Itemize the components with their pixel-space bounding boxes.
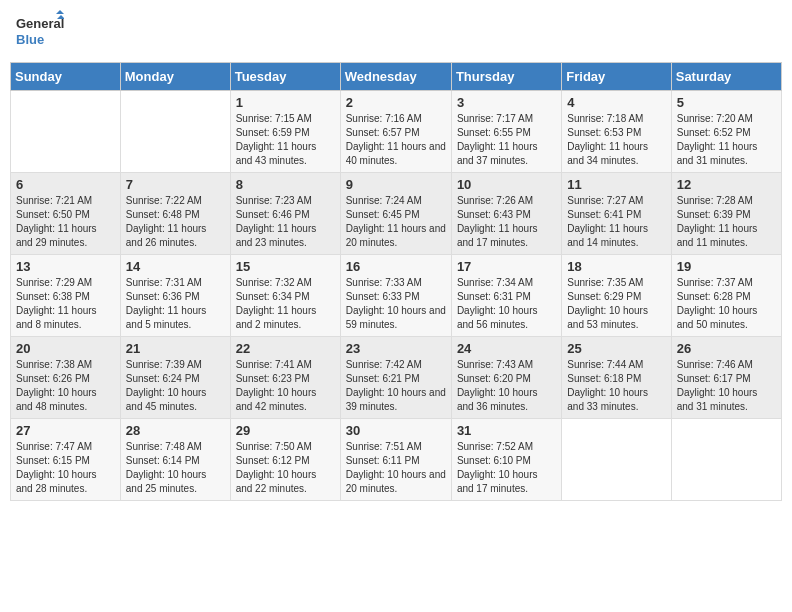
calendar-day-header: Saturday bbox=[671, 63, 781, 91]
calendar-day-header: Friday bbox=[562, 63, 671, 91]
calendar-cell: 5 Sunrise: 7:20 AMSunset: 6:52 PMDayligh… bbox=[671, 91, 781, 173]
calendar-cell: 11 Sunrise: 7:27 AMSunset: 6:41 PMDaylig… bbox=[562, 173, 671, 255]
calendar-cell: 24 Sunrise: 7:43 AMSunset: 6:20 PMDaylig… bbox=[451, 337, 561, 419]
day-number: 3 bbox=[457, 95, 556, 110]
calendar-header-row: SundayMondayTuesdayWednesdayThursdayFrid… bbox=[11, 63, 782, 91]
calendar-cell: 20 Sunrise: 7:38 AMSunset: 6:26 PMDaylig… bbox=[11, 337, 121, 419]
calendar-cell: 2 Sunrise: 7:16 AMSunset: 6:57 PMDayligh… bbox=[340, 91, 451, 173]
calendar-cell: 10 Sunrise: 7:26 AMSunset: 6:43 PMDaylig… bbox=[451, 173, 561, 255]
day-number: 14 bbox=[126, 259, 225, 274]
day-info: Sunrise: 7:38 AMSunset: 6:26 PMDaylight:… bbox=[16, 359, 97, 412]
day-info: Sunrise: 7:48 AMSunset: 6:14 PMDaylight:… bbox=[126, 441, 207, 494]
day-info: Sunrise: 7:34 AMSunset: 6:31 PMDaylight:… bbox=[457, 277, 538, 330]
calendar-cell: 27 Sunrise: 7:47 AMSunset: 6:15 PMDaylig… bbox=[11, 419, 121, 501]
calendar-cell: 21 Sunrise: 7:39 AMSunset: 6:24 PMDaylig… bbox=[120, 337, 230, 419]
day-info: Sunrise: 7:39 AMSunset: 6:24 PMDaylight:… bbox=[126, 359, 207, 412]
svg-marker-2 bbox=[56, 10, 64, 14]
day-info: Sunrise: 7:42 AMSunset: 6:21 PMDaylight:… bbox=[346, 359, 446, 412]
day-number: 12 bbox=[677, 177, 776, 192]
calendar-cell: 26 Sunrise: 7:46 AMSunset: 6:17 PMDaylig… bbox=[671, 337, 781, 419]
day-info: Sunrise: 7:50 AMSunset: 6:12 PMDaylight:… bbox=[236, 441, 317, 494]
calendar-day-header: Thursday bbox=[451, 63, 561, 91]
day-info: Sunrise: 7:47 AMSunset: 6:15 PMDaylight:… bbox=[16, 441, 97, 494]
day-number: 9 bbox=[346, 177, 446, 192]
day-info: Sunrise: 7:33 AMSunset: 6:33 PMDaylight:… bbox=[346, 277, 446, 330]
day-number: 25 bbox=[567, 341, 665, 356]
day-number: 26 bbox=[677, 341, 776, 356]
calendar-week-row: 1 Sunrise: 7:15 AMSunset: 6:59 PMDayligh… bbox=[11, 91, 782, 173]
day-number: 19 bbox=[677, 259, 776, 274]
calendar-cell: 7 Sunrise: 7:22 AMSunset: 6:48 PMDayligh… bbox=[120, 173, 230, 255]
calendar-cell: 4 Sunrise: 7:18 AMSunset: 6:53 PMDayligh… bbox=[562, 91, 671, 173]
day-info: Sunrise: 7:27 AMSunset: 6:41 PMDaylight:… bbox=[567, 195, 648, 248]
day-number: 20 bbox=[16, 341, 115, 356]
calendar-table: SundayMondayTuesdayWednesdayThursdayFrid… bbox=[10, 62, 782, 501]
day-info: Sunrise: 7:46 AMSunset: 6:17 PMDaylight:… bbox=[677, 359, 758, 412]
day-info: Sunrise: 7:52 AMSunset: 6:10 PMDaylight:… bbox=[457, 441, 538, 494]
day-number: 15 bbox=[236, 259, 335, 274]
calendar-cell: 22 Sunrise: 7:41 AMSunset: 6:23 PMDaylig… bbox=[230, 337, 340, 419]
calendar-cell: 3 Sunrise: 7:17 AMSunset: 6:55 PMDayligh… bbox=[451, 91, 561, 173]
calendar-cell: 14 Sunrise: 7:31 AMSunset: 6:36 PMDaylig… bbox=[120, 255, 230, 337]
calendar-cell: 25 Sunrise: 7:44 AMSunset: 6:18 PMDaylig… bbox=[562, 337, 671, 419]
calendar-day-header: Sunday bbox=[11, 63, 121, 91]
calendar-day-header: Wednesday bbox=[340, 63, 451, 91]
logo-svg: General Blue bbox=[14, 10, 64, 54]
day-number: 30 bbox=[346, 423, 446, 438]
day-info: Sunrise: 7:18 AMSunset: 6:53 PMDaylight:… bbox=[567, 113, 648, 166]
day-number: 8 bbox=[236, 177, 335, 192]
calendar-cell: 18 Sunrise: 7:35 AMSunset: 6:29 PMDaylig… bbox=[562, 255, 671, 337]
day-info: Sunrise: 7:51 AMSunset: 6:11 PMDaylight:… bbox=[346, 441, 446, 494]
day-info: Sunrise: 7:31 AMSunset: 6:36 PMDaylight:… bbox=[126, 277, 207, 330]
day-number: 24 bbox=[457, 341, 556, 356]
day-info: Sunrise: 7:29 AMSunset: 6:38 PMDaylight:… bbox=[16, 277, 97, 330]
day-info: Sunrise: 7:16 AMSunset: 6:57 PMDaylight:… bbox=[346, 113, 446, 166]
calendar-cell: 8 Sunrise: 7:23 AMSunset: 6:46 PMDayligh… bbox=[230, 173, 340, 255]
day-info: Sunrise: 7:35 AMSunset: 6:29 PMDaylight:… bbox=[567, 277, 648, 330]
day-number: 31 bbox=[457, 423, 556, 438]
calendar-cell: 30 Sunrise: 7:51 AMSunset: 6:11 PMDaylig… bbox=[340, 419, 451, 501]
day-info: Sunrise: 7:17 AMSunset: 6:55 PMDaylight:… bbox=[457, 113, 538, 166]
day-number: 13 bbox=[16, 259, 115, 274]
day-number: 1 bbox=[236, 95, 335, 110]
day-info: Sunrise: 7:43 AMSunset: 6:20 PMDaylight:… bbox=[457, 359, 538, 412]
svg-text:Blue: Blue bbox=[16, 32, 44, 47]
page-header: General Blue bbox=[10, 10, 782, 54]
day-number: 27 bbox=[16, 423, 115, 438]
calendar-cell: 31 Sunrise: 7:52 AMSunset: 6:10 PMDaylig… bbox=[451, 419, 561, 501]
day-number: 5 bbox=[677, 95, 776, 110]
calendar-week-row: 13 Sunrise: 7:29 AMSunset: 6:38 PMDaylig… bbox=[11, 255, 782, 337]
day-info: Sunrise: 7:21 AMSunset: 6:50 PMDaylight:… bbox=[16, 195, 97, 248]
calendar-cell bbox=[671, 419, 781, 501]
day-number: 29 bbox=[236, 423, 335, 438]
calendar-cell: 28 Sunrise: 7:48 AMSunset: 6:14 PMDaylig… bbox=[120, 419, 230, 501]
day-number: 11 bbox=[567, 177, 665, 192]
calendar-cell: 6 Sunrise: 7:21 AMSunset: 6:50 PMDayligh… bbox=[11, 173, 121, 255]
calendar-cell: 17 Sunrise: 7:34 AMSunset: 6:31 PMDaylig… bbox=[451, 255, 561, 337]
day-info: Sunrise: 7:28 AMSunset: 6:39 PMDaylight:… bbox=[677, 195, 758, 248]
day-number: 18 bbox=[567, 259, 665, 274]
day-number: 16 bbox=[346, 259, 446, 274]
day-info: Sunrise: 7:37 AMSunset: 6:28 PMDaylight:… bbox=[677, 277, 758, 330]
day-number: 6 bbox=[16, 177, 115, 192]
calendar-cell: 12 Sunrise: 7:28 AMSunset: 6:39 PMDaylig… bbox=[671, 173, 781, 255]
calendar-cell: 19 Sunrise: 7:37 AMSunset: 6:28 PMDaylig… bbox=[671, 255, 781, 337]
svg-text:General: General bbox=[16, 16, 64, 31]
day-info: Sunrise: 7:23 AMSunset: 6:46 PMDaylight:… bbox=[236, 195, 317, 248]
calendar-week-row: 6 Sunrise: 7:21 AMSunset: 6:50 PMDayligh… bbox=[11, 173, 782, 255]
day-info: Sunrise: 7:44 AMSunset: 6:18 PMDaylight:… bbox=[567, 359, 648, 412]
day-number: 23 bbox=[346, 341, 446, 356]
day-number: 22 bbox=[236, 341, 335, 356]
day-number: 2 bbox=[346, 95, 446, 110]
day-info: Sunrise: 7:32 AMSunset: 6:34 PMDaylight:… bbox=[236, 277, 317, 330]
day-number: 21 bbox=[126, 341, 225, 356]
day-info: Sunrise: 7:15 AMSunset: 6:59 PMDaylight:… bbox=[236, 113, 317, 166]
calendar-cell: 13 Sunrise: 7:29 AMSunset: 6:38 PMDaylig… bbox=[11, 255, 121, 337]
day-number: 17 bbox=[457, 259, 556, 274]
calendar-cell: 29 Sunrise: 7:50 AMSunset: 6:12 PMDaylig… bbox=[230, 419, 340, 501]
calendar-cell bbox=[11, 91, 121, 173]
day-info: Sunrise: 7:24 AMSunset: 6:45 PMDaylight:… bbox=[346, 195, 446, 248]
day-number: 7 bbox=[126, 177, 225, 192]
calendar-cell: 9 Sunrise: 7:24 AMSunset: 6:45 PMDayligh… bbox=[340, 173, 451, 255]
day-number: 10 bbox=[457, 177, 556, 192]
